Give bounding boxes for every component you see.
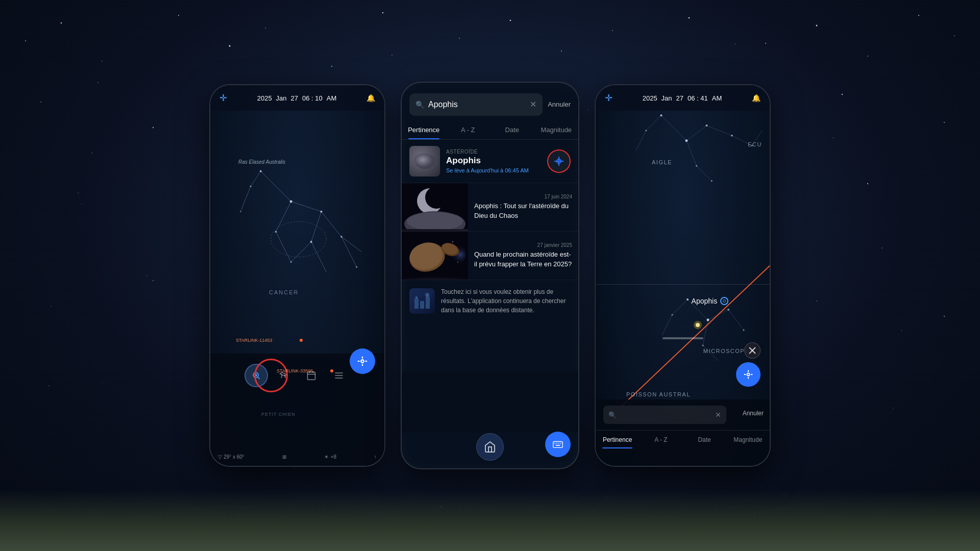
svg-line-121: [687, 141, 697, 166]
phone2-more-thumb: [409, 288, 435, 314]
phone2-bottom-dark: [402, 371, 578, 433]
phone1-year: 2025: [257, 94, 272, 102]
svg-point-68: [275, 231, 277, 233]
phone3-tab-az[interactable]: A - Z: [639, 431, 682, 448]
phone1-nav-search[interactable]: [244, 364, 268, 387]
phone2-news2-thumb: [402, 232, 468, 280]
phone1-time: 06 : 10: [302, 94, 323, 102]
svg-point-127: [660, 114, 663, 116]
svg-point-66: [340, 236, 342, 238]
svg-line-51: [261, 171, 291, 202]
phone2-tab-pertinence[interactable]: Pertinence: [402, 120, 446, 139]
phone1-nav-calendar[interactable]: [300, 364, 323, 387]
phone3-apophis-inner-icon: [723, 299, 726, 303]
phone2-more-thumb-image: [409, 288, 435, 314]
phone3-year: 2025: [643, 94, 657, 102]
phone1-locate-fab[interactable]: [350, 348, 375, 374]
svg-point-6: [331, 66, 332, 67]
svg-point-36: [51, 306, 52, 307]
phone3-time-display: 2025 Jan 27 06 : 41 AM: [643, 94, 722, 102]
phone2-search-bar[interactable]: 🔍 Apophis ✕: [409, 93, 543, 116]
phone2-search-clear[interactable]: ✕: [530, 99, 536, 109]
phone1-brightness-icon: ☀: [324, 454, 329, 460]
phone3-tab-pertinence[interactable]: Pertinence: [596, 431, 639, 448]
phone1-layers: ⊞: [282, 454, 286, 460]
phone2-more-results[interactable]: Touchez ici si vous voulez obtenir plus …: [402, 280, 578, 322]
phone1-star-label: Ras Elased Australis: [238, 159, 285, 165]
phone2-keyboard-button[interactable]: [545, 432, 571, 457]
svg-line-57: [311, 212, 322, 242]
phone3-search-bar[interactable]: 🔍 ✕: [603, 406, 726, 424]
phone3-tab-date[interactable]: Date: [683, 431, 726, 448]
phone2-apophis-name: Apophis: [446, 156, 541, 166]
phone1-time-display: 2025 Jan 27 06 : 10 AM: [257, 94, 337, 102]
phone2-home-button[interactable]: [476, 433, 504, 461]
phone1-header: ✛ 2025 Jan 27 06 : 10 AM 🔔: [210, 85, 384, 111]
phone3-cancel-button[interactable]: Annuler: [743, 410, 764, 417]
svg-point-16: [918, 15, 919, 16]
phone2-news1-date: 17 juin 2024: [474, 194, 572, 199]
svg-point-50: [893, 408, 894, 409]
phone2-news1-image: [402, 183, 468, 229]
phone1-constellation-label: CANCER: [269, 289, 299, 295]
phone2-search-text: Apophis: [428, 100, 526, 109]
phone1-fov: ▽ 29° x 60°: [218, 454, 244, 460]
phone2-tab-az[interactable]: A - Z: [446, 120, 491, 139]
phone3-tab-magnitude[interactable]: Magnitude: [726, 431, 770, 448]
phone1-satellite1-label: STARLINK-11453: [236, 338, 272, 343]
phone2-apophis-result[interactable]: Astéroïde Apophis Se lève à Aujourd'hui …: [402, 140, 578, 183]
phone3-bottom-bar: 🔍 ✕ Annuler Pertinence A - Z Date Magnit…: [596, 399, 770, 466]
phone1-constellation-svg: [210, 111, 384, 353]
phone2-more-results-text: Touchez ici si vous voulez obtenir plus …: [441, 287, 571, 315]
svg-point-3: [178, 15, 179, 16]
phone2-apophis-time: Se lève à Aujourd'hui à 06:45 AM: [446, 167, 541, 173]
svg-point-133: [645, 130, 647, 131]
svg-line-52: [291, 202, 321, 212]
phone3-scroll-indicator: [663, 337, 703, 339]
phone1-nav-telescope[interactable]: [272, 364, 296, 387]
svg-line-119: [687, 126, 707, 141]
svg-point-8: [459, 38, 460, 39]
phone2-news-item-2[interactable]: 27 janvier 2025 Quand le prochain astéro…: [402, 232, 578, 280]
phone1-nav-menu[interactable]: [327, 364, 351, 387]
svg-point-15: [867, 56, 868, 57]
svg-point-9: [510, 20, 511, 21]
svg-point-28: [944, 122, 945, 123]
phone3-day: 27: [676, 94, 683, 102]
phone3-apophis-map-label: Apophis: [692, 297, 729, 305]
phone2-news-item-1[interactable]: 17 juin 2024 Apophis : Tout sur l'astéro…: [402, 183, 578, 232]
screens-container: ✛ 2025 Jan 27 06 : 10 AM 🔔: [209, 82, 771, 469]
svg-line-61: [240, 186, 251, 211]
phone3-search-clear[interactable]: ✕: [715, 411, 721, 419]
phone3-apophis-orbit-icon: [720, 297, 728, 305]
phone3-close-button[interactable]: [744, 342, 761, 359]
ground-terrain: [0, 490, 980, 551]
phone2-search-icon: 🔍: [415, 101, 424, 109]
phone2-cancel-button[interactable]: Annuler: [548, 101, 571, 108]
phone3-aigle-label: AIGLE: [652, 159, 672, 165]
svg-point-44: [102, 382, 103, 383]
phone2-news1-thumb: [402, 183, 468, 231]
phone1-layers-icon: ⊞: [282, 454, 286, 460]
svg-point-63: [260, 170, 262, 172]
svg-point-93: [425, 186, 448, 209]
phone1-satellite2-label: STARLINK-33596: [277, 368, 313, 373]
phone2-tab-magnitude[interactable]: Magnitude: [534, 120, 579, 139]
svg-point-18: [40, 102, 41, 103]
svg-line-56: [276, 232, 291, 262]
phone2-apophis-thumb: [409, 146, 440, 177]
svg-point-12: [689, 17, 690, 18]
phone3-divider: [596, 284, 770, 285]
svg-point-128: [685, 139, 688, 142]
phone1-share[interactable]: ↑: [374, 454, 377, 460]
svg-rect-112: [553, 442, 562, 448]
phone3-locate-fab[interactable]: [736, 362, 761, 387]
phone2-apophis-locate-button[interactable]: [547, 149, 571, 173]
phone2-news1-content: 17 juin 2024 Apophis : Tout sur l'astéro…: [468, 183, 578, 231]
svg-point-35: [867, 183, 868, 184]
svg-point-65: [320, 211, 322, 213]
svg-point-29: [81, 204, 82, 205]
svg-point-7: [382, 12, 383, 13]
svg-point-19: [91, 153, 92, 154]
phone2-tab-date[interactable]: Date: [490, 120, 534, 139]
